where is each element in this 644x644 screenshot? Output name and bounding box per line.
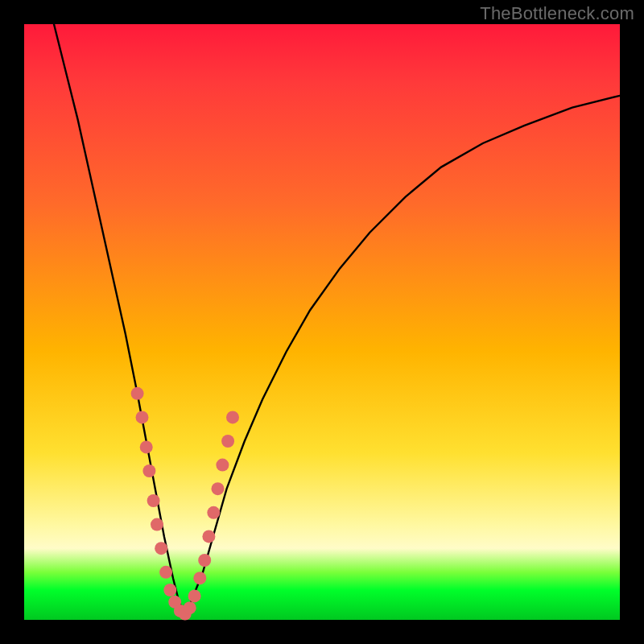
sample-dot <box>136 411 149 423</box>
sample-dot <box>198 554 211 567</box>
sample-dot <box>226 411 239 423</box>
sample-dot <box>159 566 172 579</box>
sample-dot <box>184 601 196 614</box>
outer-frame: TheBottleneck.com <box>0 0 644 644</box>
sample-dot <box>163 584 176 597</box>
sample-dot <box>142 464 155 477</box>
sample-dot <box>147 494 160 507</box>
sample-dot <box>155 542 167 555</box>
sample-dot <box>216 459 229 472</box>
sample-dot <box>193 572 206 584</box>
curve-svg <box>24 24 620 620</box>
sample-dot <box>221 435 234 448</box>
sample-dot <box>188 589 201 602</box>
sample-dot <box>151 518 163 531</box>
bottleneck-curve <box>54 24 620 614</box>
sample-dot <box>207 506 220 519</box>
sample-dot <box>202 530 215 543</box>
sample-dot <box>140 440 153 453</box>
plot-area <box>24 24 620 620</box>
sample-dot <box>131 387 144 400</box>
watermark-text: TheBottleneck.com <box>480 3 634 24</box>
sample-dot <box>212 482 225 495</box>
